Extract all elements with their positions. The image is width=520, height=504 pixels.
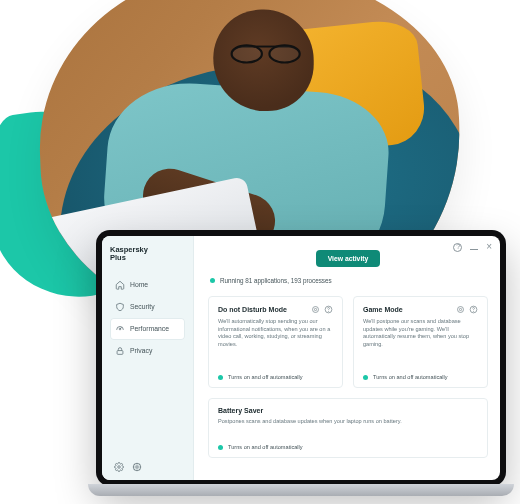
gear-icon[interactable]: [456, 305, 465, 314]
cards-row: Do not Disturb Mode We'll automatically: [208, 296, 488, 388]
gauge-icon: [115, 324, 125, 334]
card-battery-saver[interactable]: Battery Saver Postpones scans and databa…: [208, 398, 488, 458]
lock-icon: [115, 346, 125, 356]
status-dot-icon: [210, 278, 215, 283]
gear-icon[interactable]: [114, 462, 124, 472]
status-dot-icon: [363, 375, 368, 380]
window-controls: ×: [453, 242, 492, 252]
help-icon[interactable]: [453, 243, 462, 252]
promo-composite: Kaspersky Plus Home Security: [0, 0, 520, 504]
svg-point-1: [118, 466, 121, 469]
sidebar-nav: Home Security Performance: [110, 274, 185, 362]
card-title: Battery Saver: [218, 407, 263, 414]
view-activity-button[interactable]: View activity: [316, 250, 381, 267]
laptop-base: [88, 484, 514, 496]
status-dot-icon: [218, 445, 223, 450]
sidebar: Kaspersky Plus Home Security: [102, 236, 194, 480]
brand-line-2: Plus: [110, 254, 185, 262]
help-icon[interactable]: [324, 305, 333, 314]
card-title: Game Mode: [363, 306, 403, 313]
card-body: We'll postpone our scans and database up…: [363, 318, 478, 348]
svg-rect-0: [117, 350, 123, 354]
card-do-not-disturb[interactable]: Do not Disturb Mode We'll automatically: [208, 296, 343, 388]
running-status: Running 81 applications, 193 processes: [210, 277, 488, 284]
sidebar-item-label: Performance: [130, 325, 169, 332]
sidebar-item-privacy[interactable]: Privacy: [110, 340, 185, 362]
brand: Kaspersky Plus: [110, 246, 185, 262]
support-icon[interactable]: [132, 462, 142, 472]
svg-point-3: [136, 466, 139, 469]
card-body: We'll automatically stop sending you our…: [218, 318, 333, 348]
sidebar-item-label: Privacy: [130, 347, 152, 354]
laptop-mockup: Kaspersky Plus Home Security: [96, 230, 506, 486]
help-icon[interactable]: [469, 305, 478, 314]
close-icon[interactable]: ×: [486, 242, 492, 252]
svg-point-7: [459, 308, 461, 310]
card-footnote: Turns on and off automatically: [228, 444, 303, 450]
sidebar-item-home[interactable]: Home: [110, 274, 185, 296]
card-body: Postpones scans and database updates whe…: [218, 418, 478, 426]
svg-point-4: [314, 308, 316, 310]
app-window: Kaspersky Plus Home Security: [102, 236, 500, 480]
sidebar-footer: [110, 458, 185, 474]
card-game-mode[interactable]: Game Mode We'll postpone our scans and: [353, 296, 488, 388]
home-icon: [115, 280, 125, 290]
card-footnote: Turns on and off automatically: [228, 374, 303, 380]
sidebar-item-label: Home: [130, 281, 148, 288]
sidebar-item-label: Security: [130, 303, 155, 310]
card-title: Do not Disturb Mode: [218, 306, 287, 313]
status-text: Running 81 applications, 193 processes: [220, 277, 332, 284]
sidebar-item-performance[interactable]: Performance: [110, 318, 185, 340]
minimize-icon[interactable]: [470, 249, 478, 250]
main-panel: × View activity Running 81 applications,…: [194, 236, 500, 480]
sidebar-item-security[interactable]: Security: [110, 296, 185, 318]
gear-icon[interactable]: [311, 305, 320, 314]
status-dot-icon: [218, 375, 223, 380]
card-footnote: Turns on and off automatically: [373, 374, 448, 380]
shield-icon: [115, 302, 125, 312]
